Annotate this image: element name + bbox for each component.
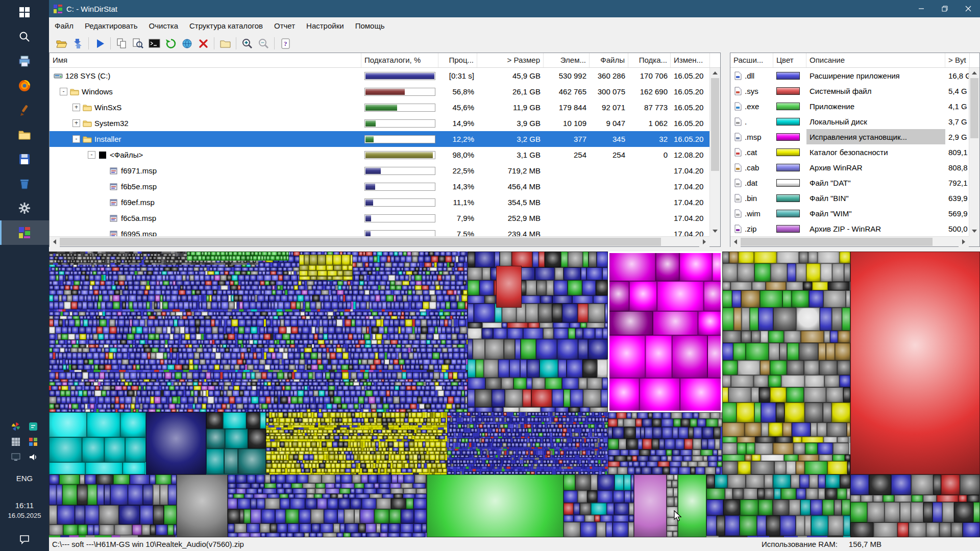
ext-hscrollbar[interactable] bbox=[730, 236, 969, 246]
open-button[interactable] bbox=[53, 36, 69, 51]
windirstat-icon[interactable] bbox=[0, 220, 49, 245]
scroll-up-button[interactable] bbox=[710, 68, 720, 78]
column-header[interactable]: > Byt bbox=[945, 53, 970, 67]
restore-button[interactable] bbox=[933, 0, 957, 17]
save-icon[interactable] bbox=[0, 147, 49, 171]
scroll-down-button[interactable] bbox=[969, 226, 979, 236]
column-header[interactable]: Имя bbox=[50, 53, 361, 67]
tree-row[interactable]: f69ef.msp11,1%354,5 MB17.04.20 bbox=[50, 194, 709, 210]
ext-hscroll-thumb[interactable] bbox=[741, 238, 933, 246]
scroll-right-button[interactable] bbox=[959, 237, 969, 247]
expander-plus[interactable]: + bbox=[72, 104, 80, 111]
tree-row[interactable]: -Installer12,2%3,2 GB3773453216.05.20 bbox=[50, 131, 709, 147]
extension-row[interactable]: .wimФайл "WIM"569,9 M bbox=[730, 206, 969, 221]
menu-item[interactable]: Структура каталогов bbox=[184, 17, 268, 34]
tree-vscroll-thumb[interactable] bbox=[711, 78, 719, 171]
tree-row[interactable]: f6995.msp7,5%239,4 MB17.04.20 bbox=[50, 226, 709, 236]
column-header[interactable]: Подкаталоги, % bbox=[361, 53, 438, 67]
scroll-up-button[interactable] bbox=[969, 68, 979, 78]
menu-item[interactable]: Редактировать bbox=[79, 17, 143, 34]
help-button[interactable]: ? bbox=[277, 36, 293, 51]
explorer-button[interactable] bbox=[179, 36, 195, 51]
column-header[interactable]: Проц... bbox=[438, 53, 477, 67]
close-button[interactable] bbox=[957, 0, 980, 17]
extension-row[interactable]: .mspИсправления установщик...2,9 G bbox=[730, 129, 969, 144]
pen-icon[interactable] bbox=[0, 98, 49, 122]
clock-time[interactable]: 16:11 bbox=[15, 501, 34, 510]
refresh-all-button[interactable] bbox=[162, 36, 179, 51]
pinwheel-tray-icon[interactable] bbox=[11, 421, 21, 434]
tree-hscroll-thumb[interactable] bbox=[60, 238, 661, 246]
ext-vscroll-thumb[interactable] bbox=[970, 78, 978, 138]
firefox-icon[interactable] bbox=[0, 73, 49, 98]
menu-item[interactable]: Файл bbox=[49, 17, 79, 34]
tiles-tray-icon[interactable] bbox=[28, 437, 38, 449]
grid-tray-icon[interactable] bbox=[11, 437, 21, 449]
menu-item[interactable]: Помощь bbox=[350, 17, 390, 34]
tree-row[interactable]: 128 SYS (C:)[0:31 s]45,9 GB530 992360 28… bbox=[50, 68, 709, 84]
folder-icon[interactable] bbox=[0, 122, 49, 147]
scroll-left-button[interactable] bbox=[730, 237, 741, 247]
menu-item[interactable]: Очистка bbox=[143, 17, 184, 34]
chat-tray-icon[interactable] bbox=[28, 421, 38, 434]
column-header[interactable]: Описание bbox=[806, 53, 945, 67]
extension-row[interactable]: .Локальный диск3,7 G bbox=[730, 114, 969, 129]
tree-row[interactable]: f6971.msp22,5%719,2 MB17.04.20 bbox=[50, 163, 709, 179]
column-header[interactable]: Элем... bbox=[544, 53, 590, 67]
tree-row[interactable]: +System3214,9%3,9 GB10 1099 0471 06216.0… bbox=[50, 115, 709, 131]
column-header[interactable]: Файлы bbox=[590, 53, 628, 67]
menu-item[interactable]: Отчет bbox=[268, 17, 301, 34]
tree-hscrollbar[interactable] bbox=[50, 236, 709, 246]
extension-row[interactable]: .zipАрхив ZIP - WinRAR500,0 M bbox=[730, 221, 969, 236]
extension-row[interactable]: .datФайл "DAT"792,1 M bbox=[730, 175, 969, 190]
ext-vscrollbar[interactable] bbox=[969, 68, 979, 236]
extension-row[interactable]: .cabАрхив WinRAR808,8 M bbox=[730, 160, 969, 175]
refresh-selected-button[interactable] bbox=[69, 36, 86, 51]
delete-button[interactable] bbox=[195, 36, 211, 51]
action-center-icon[interactable] bbox=[19, 534, 30, 547]
zoom-in-button[interactable] bbox=[239, 36, 255, 51]
open-item-button[interactable] bbox=[217, 36, 233, 51]
tree-row[interactable]: -<Файлы>98,0%3,1 GB254254012.08.20 bbox=[50, 147, 709, 163]
column-header[interactable]: > Размер bbox=[477, 53, 544, 67]
expander-plus[interactable]: + bbox=[72, 119, 80, 127]
extension-row[interactable]: .exeПриложение4,1 G bbox=[730, 98, 969, 114]
tree-row[interactable]: f6c5a.msp7,9%252,9 MB17.04.20 bbox=[50, 210, 709, 226]
expander-minus[interactable]: - bbox=[60, 88, 67, 95]
extension-row[interactable]: .dllРасширение приложения16,8 G bbox=[730, 68, 969, 83]
extension-row[interactable]: .catКаталог безопасности809,1 M bbox=[730, 144, 969, 160]
console-button[interactable] bbox=[146, 36, 162, 51]
clock-date[interactable]: 16.05.2025 bbox=[8, 512, 41, 519]
tree-vscrollbar[interactable] bbox=[709, 68, 720, 236]
copy-button[interactable] bbox=[113, 36, 130, 51]
preview-button[interactable] bbox=[130, 36, 146, 51]
resume-button[interactable] bbox=[91, 36, 108, 51]
extension-row[interactable]: .sysСистемный файл5,4 G bbox=[730, 83, 969, 98]
tree-row[interactable]: f6b5e.msp14,3%456,4 MB17.04.20 bbox=[50, 179, 709, 194]
settings-icon[interactable] bbox=[0, 196, 49, 220]
toolbar-separator bbox=[110, 37, 111, 49]
start-icon[interactable] bbox=[0, 0, 49, 24]
expander-minus[interactable]: - bbox=[72, 135, 80, 143]
printer-icon[interactable] bbox=[0, 49, 49, 73]
extension-row[interactable]: .binФайл "BIN"639,9 M bbox=[730, 190, 969, 206]
treemap-canvas[interactable] bbox=[49, 252, 980, 537]
column-header[interactable]: Расши... bbox=[730, 53, 773, 67]
language-indicator[interactable]: ENG bbox=[16, 474, 33, 483]
search-icon[interactable] bbox=[0, 24, 49, 49]
scroll-right-button[interactable] bbox=[699, 237, 709, 247]
scroll-left-button[interactable] bbox=[50, 237, 60, 247]
column-header[interactable]: Цвет bbox=[773, 53, 806, 67]
scroll-down-button[interactable] bbox=[710, 226, 720, 236]
monitor-tray-icon[interactable] bbox=[11, 452, 21, 464]
recycle-bin-icon[interactable] bbox=[0, 171, 49, 196]
tree-row[interactable]: +WinSxS45,6%11,9 GB179 84492 07187 77316… bbox=[50, 99, 709, 115]
column-header[interactable]: Измен... bbox=[671, 53, 710, 67]
volume-tray-icon[interactable] bbox=[28, 452, 38, 464]
menu-item[interactable]: Настройки bbox=[301, 17, 350, 34]
minimize-button[interactable] bbox=[910, 0, 933, 17]
column-header[interactable]: Подка... bbox=[628, 53, 671, 67]
expander-minus[interactable]: - bbox=[88, 151, 95, 159]
tree-row[interactable]: -Windows56,8%26,1 GB462 765300 075162 69… bbox=[50, 84, 709, 99]
zoom-out-button[interactable] bbox=[255, 36, 272, 51]
